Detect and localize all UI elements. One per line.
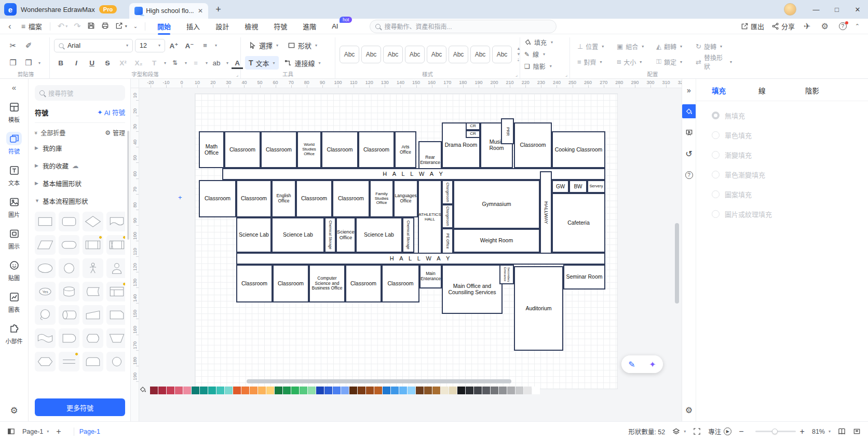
- format-painter-icon[interactable]: ✐: [22, 39, 35, 52]
- size-button[interactable]: ⧈大小▾: [614, 58, 653, 66]
- room-secondary-enterance[interactable]: Secondary Enterance: [499, 265, 514, 284]
- sidebar-item-圖片[interactable]: 圖片: [1, 192, 27, 222]
- color-swatch[interactable]: [424, 387, 432, 394]
- bold-button[interactable]: B: [54, 56, 67, 70]
- shape-user[interactable]: [106, 258, 125, 278]
- text-style-button[interactable]: T: [147, 56, 161, 70]
- menu-tab-進階[interactable]: 進階: [298, 19, 321, 33]
- color-swatch[interactable]: [208, 387, 216, 394]
- room-science-office[interactable]: Science Office: [336, 217, 356, 253]
- menu-tab-插入[interactable]: 插入: [182, 19, 205, 33]
- sidebar-item-圖示[interactable]: 圖示: [1, 224, 27, 253]
- color-swatch[interactable]: [266, 387, 274, 394]
- close-tab-icon[interactable]: ✕: [198, 7, 203, 15]
- radio-icon[interactable]: [712, 171, 720, 178]
- room-changeroom[interactable]: Changeroom: [442, 180, 453, 204]
- paste-caret[interactable]: ▾: [38, 61, 40, 65]
- color-swatch[interactable]: [150, 387, 158, 394]
- color-swatch[interactable]: [416, 387, 424, 394]
- maximize-button[interactable]: □: [826, 0, 847, 19]
- increase-font-button[interactable]: A⁺: [167, 39, 181, 52]
- radio-icon[interactable]: [712, 131, 720, 139]
- align-text-button[interactable]: ≡: [198, 39, 212, 52]
- zoom-level[interactable]: 81%▾: [812, 428, 831, 435]
- more-symbols-button[interactable]: 更多符號: [35, 398, 125, 416]
- fill-option-漸變填充[interactable]: 漸變填充: [712, 150, 868, 160]
- fullscreen-icon[interactable]: [853, 428, 861, 435]
- italic-button[interactable]: I: [70, 56, 83, 70]
- radio-icon[interactable]: [712, 190, 720, 198]
- color-swatch[interactable]: [324, 387, 332, 394]
- room-chemical-storage[interactable]: Chemical Storage: [324, 217, 336, 253]
- room-pe-office[interactable]: PE Office: [442, 228, 453, 254]
- copy-icon[interactable]: ❐: [6, 56, 20, 70]
- export-file-icon[interactable]: [115, 22, 123, 31]
- redo-icon[interactable]: ↷: [74, 21, 80, 31]
- room-cafeteria[interactable]: Cafeteria: [552, 193, 605, 253]
- shape-diamond[interactable]: [83, 212, 103, 231]
- sidebar-item-文本[interactable]: 文本: [1, 160, 27, 190]
- color-swatch[interactable]: [449, 387, 457, 394]
- room-cooking-classroom[interactable]: Cooking Classroom: [552, 131, 605, 168]
- document-tab[interactable]: High school flo... ✕: [129, 3, 208, 19]
- undo-icon[interactable]: ↶: [58, 21, 64, 31]
- room-main-office-and-counsiling-services[interactable]: Main Office and Counsiling Services: [442, 265, 503, 314]
- color-swatch[interactable]: [300, 387, 307, 394]
- symbol-group-基本繪圖形狀[interactable]: ▶基本繪圖形狀: [35, 174, 125, 192]
- format-tab-填充[interactable]: 填充: [712, 85, 758, 95]
- menu-tab-設計[interactable]: 設計: [211, 19, 234, 33]
- room-auditorium[interactable]: Auditorium: [514, 266, 563, 351]
- panel-settings-gear-icon[interactable]: ⚙: [685, 405, 693, 415]
- radio-icon[interactable]: [712, 210, 720, 218]
- shape-ovhex[interactable]: [83, 328, 103, 348]
- room-english-office[interactable]: English Office: [272, 180, 296, 217]
- color-swatch[interactable]: [333, 387, 341, 394]
- color-swatch[interactable]: [524, 387, 532, 394]
- fill-color-icon[interactable]: [139, 386, 146, 395]
- room-classroom[interactable]: Classroom: [382, 265, 419, 302]
- room-science-lab[interactable]: Science Lab: [236, 217, 272, 253]
- list-button[interactable]: ≡: [189, 56, 202, 70]
- shape-circle2[interactable]: [106, 352, 125, 371]
- select-tool[interactable]: 選擇▾: [245, 39, 282, 52]
- color-swatch[interactable]: [216, 387, 224, 394]
- room-bw[interactable]: BW: [569, 180, 587, 193]
- shape-table[interactable]: [106, 282, 125, 301]
- room-science-lab[interactable]: Science Lab: [356, 217, 402, 253]
- shadow-button[interactable]: ❏陰影▾: [524, 62, 565, 71]
- color-swatch[interactable]: [432, 387, 440, 394]
- format-tab-陰影[interactable]: 陰影: [805, 85, 852, 95]
- strikethrough-button[interactable]: S: [101, 56, 114, 70]
- sidebar-item-貼圖[interactable]: 貼圖: [1, 255, 27, 285]
- color-swatch[interactable]: [275, 387, 282, 394]
- color-swatch[interactable]: [233, 387, 241, 394]
- menu-tab-開始[interactable]: 開始: [153, 19, 175, 33]
- color-swatch[interactable]: [499, 387, 507, 394]
- sidebar-item-模板[interactable]: 模板: [1, 97, 27, 127]
- room-athletics-hall[interactable]: ATHLETICS HALL: [418, 180, 442, 254]
- room-classroom[interactable]: Classroom: [236, 265, 273, 302]
- replace-shape-button[interactable]: ⇄替換形狀▾: [693, 53, 732, 71]
- room-chemical-storage[interactable]: Chemical Storage: [402, 217, 414, 253]
- style-preset-4[interactable]: Abc: [405, 46, 425, 63]
- color-swatch[interactable]: [466, 387, 473, 394]
- room-classroom[interactable]: Classroom: [199, 180, 236, 217]
- shape-para[interactable]: [35, 235, 56, 255]
- shape-yes[interactable]: Yes: [35, 282, 56, 301]
- shape-trapr[interactable]: [83, 305, 103, 325]
- group-button[interactable]: ▣組合▾: [614, 42, 653, 51]
- color-swatch[interactable]: [532, 387, 540, 394]
- shape-tape[interactable]: [83, 282, 103, 301]
- color-swatch[interactable]: [349, 387, 357, 394]
- style-preset-2[interactable]: Abc: [361, 46, 381, 63]
- global-search-input[interactable]: 搜尋動作、資產和指南...: [370, 20, 557, 33]
- export-button[interactable]: 匯出: [741, 21, 764, 31]
- share-button[interactable]: 分享: [771, 21, 795, 31]
- room-world-studies-office[interactable]: World Studies Office: [297, 131, 321, 168]
- layers-button[interactable]: ▾: [672, 428, 686, 435]
- room-classroom[interactable]: Classroom: [224, 131, 261, 168]
- room-main-enterance[interactable]: Main Enterance: [419, 265, 442, 288]
- radio-icon[interactable]: [712, 151, 720, 159]
- line-spacing-button[interactable]: ⇅: [168, 56, 182, 70]
- shape-round[interactable]: [59, 212, 79, 231]
